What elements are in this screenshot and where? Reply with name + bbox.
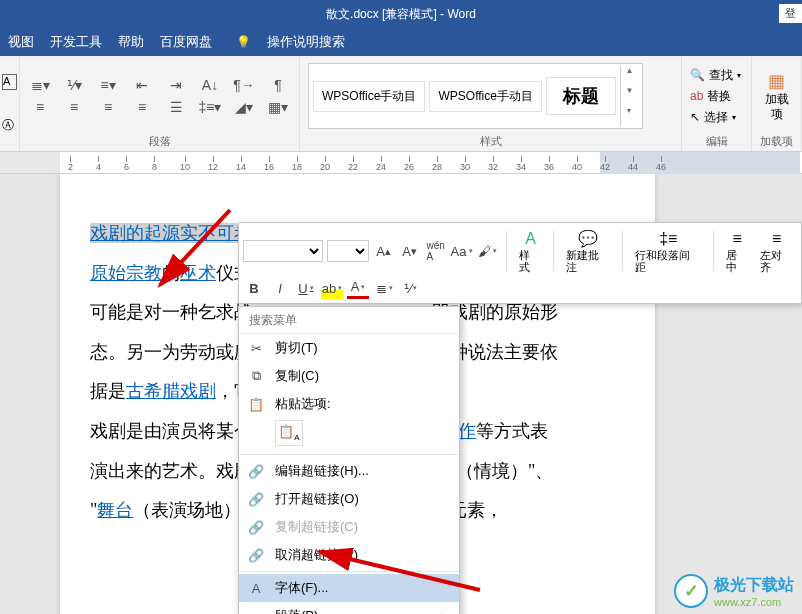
styles-label: 样式 — [308, 132, 673, 149]
styles-button[interactable]: A样式 — [515, 227, 545, 275]
style-item-wps1[interactable]: WPSOffice手动目 — [313, 81, 425, 112]
font-size-select[interactable] — [327, 240, 369, 262]
edit-group: 🔍查找▾ ab替换 ↖选择▾ 编辑 — [682, 56, 752, 151]
cursor-icon: ↖ — [690, 110, 700, 124]
left-icon: ≡ — [772, 229, 781, 249]
paragraph-menu-icon: ≡ — [247, 609, 265, 615]
paste-opt-icon: 📋A — [278, 424, 299, 442]
gallery-up-icon[interactable]: ▲ — [621, 66, 638, 86]
numbering-icon[interactable]: ⅟▾ — [62, 75, 86, 95]
mini-toolbar: A▴ A▾ wénA Aa 🖌 A样式 💬新建批注 ‡≡行和段落间距 ≡居中 ≡… — [238, 222, 802, 304]
menu-open-hyperlink[interactable]: 🔗打开超链接(O) — [239, 485, 459, 513]
sort-icon[interactable]: A↓ — [198, 75, 222, 95]
align-left-icon[interactable]: ≡ — [28, 97, 52, 117]
style-item-wps2[interactable]: WPSOffice手动目 — [429, 81, 541, 112]
replace-icon: ab — [690, 89, 703, 103]
decrease-font-icon[interactable]: A▾ — [399, 240, 421, 262]
align-center-icon[interactable]: ≡ — [62, 97, 86, 117]
font-menu-icon: A — [247, 581, 265, 596]
menu-paste-label: 📋粘贴选项: — [239, 390, 459, 418]
text-selected[interactable]: 戏剧的起源实不可考 — [90, 223, 252, 243]
ribbon: A Ⓐ ≣▾ ⅟▾ ≡▾ ⇤ ⇥ A↓ ¶→ ¶ ≡ ≡ ≡ ≡ ☰ ‡≡▾ ◢… — [0, 56, 802, 152]
tab-developer[interactable]: 开发工具 — [50, 33, 102, 51]
watermark: ✓ 极光下载站 www.xz7.com — [674, 574, 794, 608]
ltr-icon[interactable]: ¶→ — [232, 75, 256, 95]
link-open-icon: 🔗 — [247, 492, 265, 507]
increase-indent-icon[interactable]: ⇥ — [164, 75, 188, 95]
paragraph-group: ≣▾ ⅟▾ ≡▾ ⇤ ⇥ A↓ ¶→ ¶ ≡ ≡ ≡ ≡ ☰ ‡≡▾ ◢▾ ▦▾… — [20, 56, 300, 151]
line-spacing-icon[interactable]: ‡≡▾ — [198, 97, 222, 117]
gallery-down-icon[interactable]: ▼ — [621, 86, 638, 106]
addin-label: 加载项 — [760, 132, 793, 149]
style-item-title[interactable]: 标题 — [546, 77, 616, 115]
font-color-icon[interactable]: A — [347, 277, 369, 299]
watermark-url: www.xz7.com — [714, 596, 794, 608]
search-icon: 🔍 — [690, 68, 705, 82]
menu-cancel-hyperlink[interactable]: 🔗取消超链接(R) — [239, 541, 459, 569]
font-family-select[interactable] — [243, 240, 323, 262]
menu-font[interactable]: A字体(F)... — [239, 574, 459, 602]
gallery-more-icon[interactable]: ▾ — [621, 106, 638, 126]
phonetic-icon[interactable]: wénA — [425, 240, 447, 262]
tab-baidu[interactable]: 百度网盘 — [160, 33, 212, 51]
align-right-icon[interactable]: ≡ — [96, 97, 120, 117]
style-gallery[interactable]: WPSOffice手动目 WPSOffice手动目 标题 ▲ ▼ ▾ — [308, 63, 643, 129]
distribute-icon[interactable]: ☰ — [164, 97, 188, 117]
highlight-icon[interactable]: ab — [321, 277, 343, 299]
link-cancel-icon: 🔗 — [247, 548, 265, 563]
tab-view[interactable]: 视图 — [8, 33, 34, 51]
watermark-name: 极光下载站 — [714, 575, 794, 596]
bullets-icon[interactable]: ≣▾ — [28, 75, 52, 95]
borders-icon[interactable]: ▦▾ — [266, 97, 290, 117]
addin-group: ▦ 加载项 加载项 — [752, 56, 802, 151]
change-case-icon[interactable]: Aa — [451, 240, 473, 262]
italic-icon[interactable]: I — [269, 277, 291, 299]
title-bar: 散文.docx [兼容模式] - Word 登 — [0, 0, 802, 28]
tab-help[interactable]: 帮助 — [118, 33, 144, 51]
multilevel-icon[interactable]: ≡▾ — [96, 75, 120, 95]
bullets-mini-icon[interactable]: ≣ — [373, 277, 395, 299]
paste-keep-formatting[interactable]: 📋A — [275, 420, 303, 446]
styles-icon: A — [525, 229, 536, 249]
paragraph-label: 段落 — [28, 132, 291, 149]
line-spacing-button[interactable]: ‡≡行和段落间距 — [631, 227, 705, 275]
edit-label: 编辑 — [690, 132, 743, 149]
left-align-button[interactable]: ≡左对齐 — [756, 227, 797, 275]
window-title: 散文.docx [兼容模式] - Word — [326, 6, 476, 23]
replace-button[interactable]: ab替换 — [690, 88, 741, 105]
watermark-logo-icon: ✓ — [674, 574, 708, 608]
copy-icon: ⧉ — [247, 368, 265, 384]
menu-cut[interactable]: ✂剪切(T) — [239, 334, 459, 362]
tell-me-search[interactable]: 操作说明搜索 — [267, 33, 345, 51]
find-button[interactable]: 🔍查找▾ — [690, 67, 741, 84]
menu-paragraph[interactable]: ≡段落(P)...▶ — [239, 602, 459, 614]
format-painter-icon[interactable]: 🖌 — [477, 240, 499, 262]
menu-copy[interactable]: ⧉复制(C) — [239, 362, 459, 390]
center-button[interactable]: ≡居中 — [722, 227, 752, 275]
ruler[interactable]: 2468101214161820222426283032343640424446 — [0, 152, 802, 174]
center-icon: ≡ — [732, 229, 741, 249]
menu-edit-hyperlink[interactable]: 🔗编辑超链接(H)... — [239, 457, 459, 485]
new-comment-button[interactable]: 💬新建批注 — [562, 227, 614, 275]
align-justify-icon[interactable]: ≡ — [130, 97, 154, 117]
menu-copy-hyperlink: 🔗复制超链接(C) — [239, 513, 459, 541]
underline-icon[interactable]: U — [295, 277, 317, 299]
numbering-mini-icon[interactable]: ⅟ — [399, 277, 421, 299]
menu-search-input[interactable] — [239, 307, 459, 333]
bold-icon[interactable]: B — [243, 277, 265, 299]
login-button[interactable]: 登 — [779, 4, 802, 23]
show-marks-icon[interactable]: ¶ — [266, 75, 290, 95]
menu-search[interactable] — [239, 307, 459, 334]
increase-font-icon[interactable]: A▴ — [373, 240, 395, 262]
select-button[interactable]: ↖选择▾ — [690, 109, 741, 126]
paste-icon: 📋 — [247, 397, 265, 412]
spacing-icon: ‡≡ — [659, 229, 677, 249]
link-edit-icon: 🔗 — [247, 464, 265, 479]
addin-icon: ▦ — [768, 71, 785, 93]
font-highlight-icon[interactable]: A — [2, 74, 17, 90]
addin-button[interactable]: ▦ 加载项 — [760, 60, 793, 132]
shading-icon[interactable]: ◢▾ — [232, 97, 256, 117]
font-circle-icon[interactable]: Ⓐ — [2, 117, 14, 134]
decrease-indent-icon[interactable]: ⇤ — [130, 75, 154, 95]
bulb-icon: 💡 — [236, 35, 251, 49]
